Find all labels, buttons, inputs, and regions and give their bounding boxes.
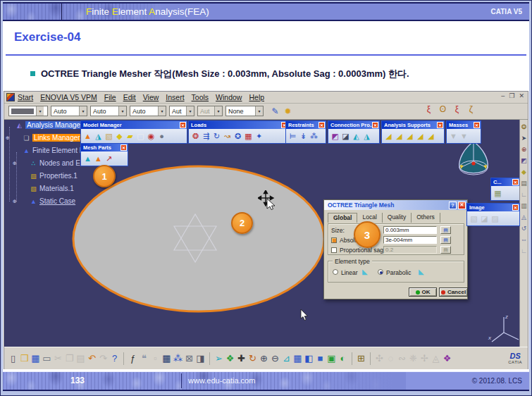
catalog-icon[interactable]: ❂: [521, 124, 528, 130]
expand-icon[interactable]: ⊕: [13, 161, 17, 166]
support-2-icon[interactable]: ◢: [395, 132, 404, 140]
layers-icon[interactable]: ◆: [521, 169, 528, 175]
advanced-restraint-icon[interactable]: ⁂: [309, 132, 318, 140]
fly-mode-icon[interactable]: ➢: [214, 354, 223, 363]
toolbar-titlebar[interactable]: Mesh Parts✕: [81, 144, 128, 151]
axis-dock-icon[interactable]: ∟: [521, 248, 528, 254]
menu-help[interactable]: Help: [249, 93, 264, 101]
new-document-icon[interactable]: ▯: [8, 354, 18, 363]
hide-show-icon[interactable]: ◐: [338, 354, 347, 363]
toolbar-titlebar[interactable]: Connection Pro...✕: [328, 121, 379, 129]
menu-enovia[interactable]: ENOVIA V5 VPM: [40, 93, 97, 101]
lock-icon[interactable]: ⊠: [185, 354, 194, 363]
point-combo[interactable]: Aut▾: [169, 106, 194, 116]
opacity-combo[interactable]: Auto▾: [51, 106, 87, 116]
damper-icon[interactable]: ζ: [466, 105, 476, 113]
toolbar-titlebar[interactable]: Loads✕: [189, 121, 288, 129]
support-5-icon[interactable]: ◢: [426, 132, 435, 140]
close-icon[interactable]: ✕: [372, 122, 378, 128]
print-icon[interactable]: ▭: [42, 354, 51, 363]
adaptivity-icon[interactable]: ◉: [147, 132, 156, 140]
linetype-combo[interactable]: Auto▾: [90, 106, 127, 116]
sphere-criterion-icon[interactable]: ●: [157, 132, 166, 140]
close-icon[interactable]: ✕: [519, 92, 524, 99]
2d-property-icon[interactable]: ◆: [115, 132, 124, 140]
layer-combo[interactable]: None▾: [225, 106, 264, 116]
tab-quality[interactable]: Quality: [383, 213, 412, 223]
support-3-icon[interactable]: ◢: [405, 132, 414, 140]
size-spinner-icon[interactable]: ▤: [440, 226, 451, 234]
solid-property-icon[interactable]: ▧: [104, 132, 113, 140]
workbench-icon[interactable]: ◨: [196, 354, 205, 363]
menu-edit[interactable]: Edit: [123, 93, 136, 101]
shaded-cube-icon[interactable]: ■: [316, 354, 325, 363]
sag-spinner-icon[interactable]: ▤: [440, 236, 451, 244]
contact-connection-icon[interactable]: ◪: [341, 132, 350, 140]
open-folder-icon[interactable]: ❒: [20, 354, 29, 363]
views-icon[interactable]: ◩: [521, 158, 528, 164]
absolute-sag-checkbox[interactable]: [331, 237, 337, 243]
clamp-icon[interactable]: ⊨: [288, 132, 297, 140]
close-icon[interactable]: ✕: [318, 122, 325, 128]
menu-insert[interactable]: Insert: [166, 93, 184, 101]
linear-radio[interactable]: [333, 269, 338, 275]
wizard-brush-icon[interactable]: ✹: [283, 107, 292, 116]
composite-property-icon[interactable]: ▰: [125, 132, 135, 140]
mapping-property-icon[interactable]: ▢: [136, 132, 145, 140]
restore-icon[interactable]: ❐: [509, 92, 514, 99]
render-style-icon[interactable]: ▣: [327, 354, 336, 363]
color-combo[interactable]: ▾: [8, 106, 48, 116]
ok-button[interactable]: OK: [409, 287, 437, 297]
cancel-button[interactable]: Cancel: [439, 287, 468, 297]
zoom-out-icon[interactable]: ⊖: [271, 354, 280, 363]
compass[interactable]: [452, 140, 495, 183]
rotate-icon[interactable]: ↻: [248, 354, 257, 363]
toolbar-titlebar[interactable]: Analysis Supports✕: [382, 121, 444, 129]
expand-icon[interactable]: ⊕: [6, 135, 10, 141]
menu-window[interactable]: Window: [216, 93, 242, 101]
tree-item-materials[interactable]: ▧Materials.1: [30, 185, 74, 192]
save-icon[interactable]: ▦: [31, 354, 40, 363]
size-input[interactable]: [383, 226, 437, 234]
absolute-sag-input[interactable]: [383, 236, 437, 244]
octree-tetra-mesher-icon[interactable]: ▲: [83, 132, 92, 140]
restraint-pin-icon[interactable]: ↡: [299, 132, 308, 140]
close-icon[interactable]: ✕: [512, 179, 519, 185]
pan-icon[interactable]: ✚: [237, 354, 246, 363]
menu-view[interactable]: View: [143, 93, 159, 101]
tetrahedron-filler-icon[interactable]: ▲: [83, 155, 92, 163]
close-icon[interactable]: ✕: [437, 122, 443, 128]
beam-mesher-icon[interactable]: ↗: [104, 155, 113, 163]
weight-combo[interactable]: Auto▾: [130, 106, 166, 116]
parabolic-radio[interactable]: [378, 269, 383, 275]
spring-icon[interactable]: ξ: [424, 105, 433, 113]
tree-item-links-manager[interactable]: ❏Links Manager.1: [23, 134, 87, 142]
support-4-icon[interactable]: ◢: [416, 132, 425, 140]
rotation-force-icon[interactable]: ✦: [254, 132, 264, 140]
spring2-icon[interactable]: ξ: [452, 105, 462, 113]
painter-icon[interactable]: ✎: [271, 107, 280, 116]
tree-item-analysis-manager[interactable]: ◭Analysis Manager: [16, 121, 84, 129]
zoom-in-icon[interactable]: ⊕: [259, 354, 268, 363]
moment-icon[interactable]: ↻: [212, 132, 221, 140]
comment-icon[interactable]: ❝: [140, 354, 149, 363]
formula-icon[interactable]: ƒ: [128, 354, 137, 363]
proportional-sag-checkbox[interactable]: [331, 247, 337, 253]
help-icon[interactable]: ?: [449, 202, 457, 209]
iso-view-icon[interactable]: ◧: [304, 354, 314, 363]
select-arrow-icon[interactable]: ➤: [521, 135, 528, 142]
acceleration-icon[interactable]: ▦: [244, 132, 253, 140]
toolbar-titlebar[interactable]: C...✕: [491, 178, 519, 186]
paint-dock-icon[interactable]: ◬: [521, 214, 528, 221]
angle-icon[interactable]: ∟: [521, 192, 528, 198]
tree-item-properties[interactable]: ▧Properties.1: [30, 172, 78, 180]
rotate-dock-icon[interactable]: ↺: [521, 225, 528, 232]
search-icon[interactable]: ⊕: [521, 147, 528, 153]
slider-connection-icon[interactable]: ◩: [330, 132, 340, 140]
close-icon[interactable]: ✕: [458, 202, 466, 209]
tab-global[interactable]: Global: [328, 213, 357, 223]
pressure-icon[interactable]: ❂: [191, 132, 200, 140]
clamp-dock-icon[interactable]: ▤: [521, 180, 528, 187]
website-link[interactable]: www.edu-catia.com: [188, 372, 255, 390]
measure-icon[interactable]: ⇔: [521, 237, 528, 243]
